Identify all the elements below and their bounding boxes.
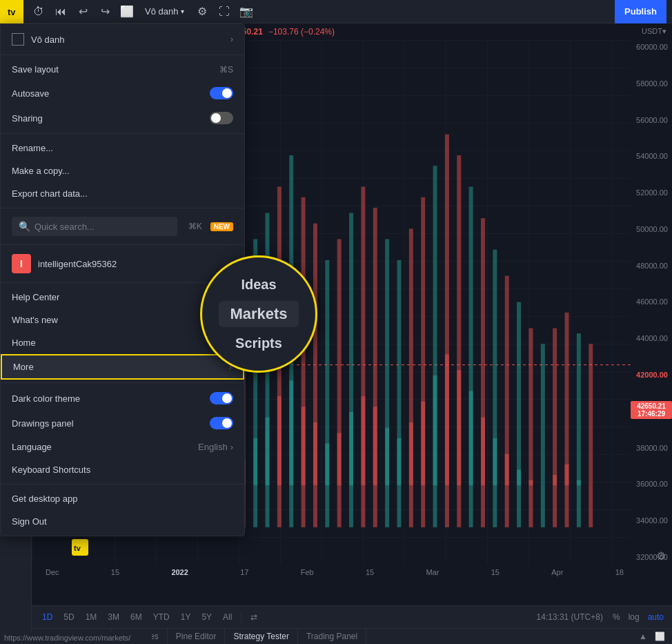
menu-divider-4 — [1, 244, 244, 245]
svg-rect-65 — [253, 438, 257, 527]
fullscreen-icon[interactable]: ⛶ — [215, 2, 234, 21]
tf-5y[interactable]: 5Y — [197, 610, 217, 624]
save-layout-label: Save layout — [12, 64, 219, 75]
menu-dark-theme[interactable]: Dark color theme — [1, 386, 244, 411]
dark-theme-knob — [222, 393, 232, 403]
language-label: Language — [12, 442, 52, 452]
x-label-dec: Dec — [46, 568, 59, 576]
y-label-6: 50000.00 — [632, 225, 671, 233]
submenu-markets[interactable]: Markets — [219, 301, 298, 327]
redo-icon[interactable]: ↪ — [95, 2, 115, 21]
tf-1d[interactable]: 1D — [37, 610, 57, 624]
svg-rect-74 — [361, 396, 365, 527]
percent-scale-btn[interactable]: % — [610, 611, 623, 623]
tab-scroll-up[interactable]: ▲ — [636, 630, 650, 643]
svg-rect-93 — [589, 485, 593, 527]
price-change: −103.76 (−0.24%) — [268, 27, 335, 37]
menu-quick-search[interactable]: 🔍 Quick search... ⌘K NEW — [1, 211, 244, 242]
svg-rect-45 — [553, 328, 557, 485]
compare-btn[interactable]: ⇄ — [246, 610, 262, 624]
sharing-toggle[interactable] — [210, 112, 233, 124]
menu-rename[interactable]: Rename... — [1, 137, 244, 159]
tf-ytd[interactable]: YTD — [148, 610, 175, 624]
history-icon[interactable]: ⏱ — [29, 2, 48, 21]
x-label-feb: Feb — [301, 568, 314, 576]
language-value: English › — [198, 442, 233, 452]
autosave-toggle[interactable] — [210, 87, 233, 99]
url-bar: https://www.tradingview.com/markets/ — [0, 632, 152, 644]
submenu-popup: Ideas Markets Scripts — [200, 255, 317, 373]
menu-keyboard-shortcuts[interactable]: Keyboard Shortcuts — [1, 458, 244, 481]
y-label-9: 44000.00 — [632, 334, 671, 342]
menu-drawings-panel[interactable]: Drawings panel — [1, 411, 244, 436]
menu-chart-title[interactable]: Vô danh › — [1, 27, 244, 52]
tf-all[interactable]: All — [218, 610, 237, 624]
svg-rect-82 — [457, 370, 461, 527]
chart-name-arrow: ▾ — [181, 8, 184, 15]
menu-sharing[interactable]: Sharing — [1, 106, 244, 130]
chart-settings-button[interactable]: ⚙ — [651, 546, 671, 565]
svg-rect-84 — [481, 417, 485, 527]
svg-rect-70 — [313, 422, 317, 527]
settings-icon[interactable]: ⚙ — [192, 2, 212, 21]
tab-strategy-tester[interactable]: Strategy Tester — [225, 629, 297, 644]
svg-rect-48 — [589, 344, 593, 485]
tab-trading-panel[interactable]: Trading Panel — [298, 629, 366, 644]
tf-1y[interactable]: 1Y — [176, 610, 196, 624]
menu-save-layout[interactable]: Save layout ⌘S — [1, 58, 244, 81]
y-label-12: 38000.00 — [632, 444, 671, 452]
x-label-15c: 15 — [491, 568, 500, 576]
tab-scroll-down[interactable]: ⬜ — [653, 630, 666, 643]
tab-pine-editor[interactable]: Pine Editor — [168, 629, 226, 644]
camera-icon[interactable]: 📷 — [237, 2, 256, 21]
chart-icon — [12, 33, 24, 46]
svg-rect-68 — [289, 380, 293, 527]
drawings-toggle[interactable] — [210, 417, 233, 429]
tv-watermark: tv — [69, 536, 91, 558]
submenu-scripts[interactable]: Scripts — [227, 333, 290, 354]
make-copy-label: Make a copy... — [12, 166, 233, 176]
rewind-icon[interactable]: ⏮ — [51, 2, 70, 21]
timeframe-bar: 1D 5D 1M 3M 6M YTD 1Y 5Y All ⇄ 14:13:31 … — [32, 606, 672, 629]
y-label-5: 52000.00 — [632, 188, 671, 197]
log-scale-btn[interactable]: log — [626, 611, 642, 623]
search-box[interactable]: 🔍 Quick search... — [12, 217, 177, 236]
tf-separator — [241, 612, 241, 623]
auto-scale-btn[interactable]: auto — [645, 611, 666, 623]
layout-icon[interactable]: ⬜ — [117, 2, 137, 21]
dark-theme-toggle[interactable] — [210, 392, 233, 404]
menu-title-label: Vô danh — [31, 35, 230, 45]
svg-rect-69 — [302, 407, 306, 527]
publish-button[interactable]: Publish — [615, 0, 666, 23]
svg-rect-77 — [397, 438, 401, 527]
undo-icon[interactable]: ↩ — [73, 2, 92, 21]
svg-rect-78 — [409, 422, 413, 527]
menu-autosave[interactable]: Autosave — [1, 81, 244, 106]
svg-rect-80 — [433, 375, 437, 527]
menu-sign-out[interactable]: Sign Out — [1, 510, 244, 533]
x-label-15b: 15 — [366, 568, 374, 576]
menu-user[interactable]: I intelligentCak95362 › — [1, 248, 244, 280]
menu-language[interactable]: Language English › — [1, 436, 244, 458]
tf-6m[interactable]: 6M — [126, 610, 147, 624]
tv-logo-btn[interactable]: tv — [0, 0, 23, 23]
rename-label: Rename... — [12, 143, 233, 153]
menu-desktop-app[interactable]: Get desktop app — [1, 487, 244, 510]
chart-name-btn[interactable]: Vô danh ▾ — [139, 3, 190, 19]
svg-text:tv: tv — [74, 544, 81, 552]
menu-more[interactable]: More › — [1, 354, 244, 380]
svg-rect-43 — [528, 328, 533, 485]
submenu-ideas[interactable]: Ideas — [233, 274, 284, 295]
menu-make-copy[interactable]: Make a copy... — [1, 159, 244, 182]
x-label-mar: Mar — [426, 568, 439, 576]
help-label: Help Center — [12, 292, 233, 302]
menu-divider-7 — [1, 484, 244, 485]
sharing-label: Sharing — [12, 113, 210, 124]
currency-selector[interactable]: USDT▾ — [642, 27, 666, 36]
svg-rect-89 — [541, 485, 545, 527]
tf-3m[interactable]: 3M — [103, 610, 124, 624]
menu-export[interactable]: Export chart data... — [1, 182, 244, 205]
tf-1m[interactable]: 1M — [81, 610, 102, 624]
top-bar-controls: ⏱ ⏮ ↩ ↪ ⬜ Vô danh ▾ ⚙ ⛶ 📷 — [23, 2, 261, 21]
tf-5d[interactable]: 5D — [59, 610, 79, 624]
